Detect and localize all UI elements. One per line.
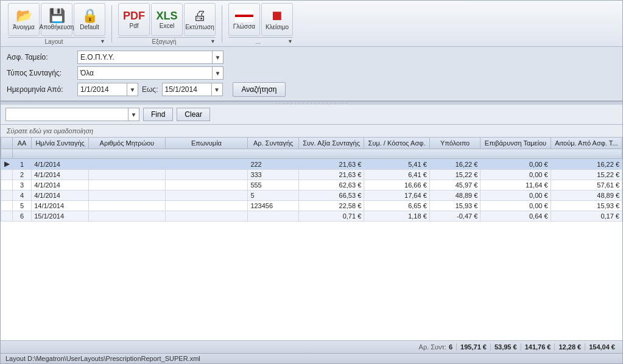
group-label: Σύρατε εδώ για ομαδοποίηση (1, 125, 622, 137)
footer-aitoymenon-value: 154,04 € (589, 343, 615, 351)
pdf-icon: PDF (123, 10, 145, 21)
type-dropdown-arrow[interactable]: ▼ (212, 67, 223, 79)
search-bar: ▼ Find Clear (1, 105, 622, 125)
search-dropdown-arrow[interactable]: ▼ (128, 108, 139, 121)
flag-icon (235, 10, 253, 22)
date-row: Ημερομηνία Από: 1/1/2014 ▼ Εως: 15/1/201… (7, 82, 616, 97)
footer-remainder-value: 141,76 € (525, 343, 551, 351)
footer-count-value: 6 (449, 343, 452, 351)
table-row[interactable]: 3 4/1/2014 555 62,63 € 16,66 € 45,97 € 1… (1, 180, 622, 191)
row-date: 4/1/2014 (32, 191, 89, 201)
date-to-combo[interactable]: 15/1/2014 ▼ (162, 83, 223, 96)
row-aitoymenon: 15,22 € (551, 170, 622, 180)
row-recipe: 555 (248, 180, 299, 191)
open-icon: 📂 (16, 9, 32, 23)
status-text: Layout D:\Megatron\UserLayouts\Prescript… (5, 355, 200, 362)
insurance-combo[interactable]: Ε.Ο.Π.Υ.Υ. ▼ (77, 51, 224, 64)
row-date: 14/1/2014 (32, 201, 89, 211)
find-button[interactable]: Find (143, 108, 173, 121)
table-row[interactable]: 6 15/1/2014 0,71 € 1,18 € -0,47 € 0,64 €… (1, 211, 622, 222)
search-button[interactable]: Αναζήτηση (233, 82, 286, 97)
row-name (165, 180, 248, 191)
row-recipe: 5 (248, 191, 299, 201)
row-mht (89, 201, 165, 211)
toolbar: 📂 Άνοιγμα 💾 Αποθήκευση 🔒 Default Layout … (1, 1, 622, 47)
table-container[interactable]: ΑΑ Ημ/νία Συνταγής Αριθμός Μητρώου Επωνυ… (1, 137, 622, 340)
row-mht (89, 180, 165, 191)
row-name (165, 211, 248, 222)
footer-total-val-value: 195,71 € (460, 343, 487, 351)
col-header-date: Ημ/νία Συνταγής (32, 138, 89, 149)
close-label: Κλείσιμο (266, 24, 289, 30)
misc-expand-icon[interactable]: ▼ (287, 38, 293, 45)
separator-1 (111, 5, 112, 43)
row-mht (89, 170, 165, 180)
col-header-total-val: Συν. Αξία Συνταγής (298, 138, 364, 149)
search-combo[interactable]: ▼ (5, 108, 139, 121)
row-date: 15/1/2014 (32, 211, 89, 222)
table-row[interactable]: 2 4/1/2014 333 21,63 € 6,41 € 15,22 € 0,… (1, 170, 622, 180)
insurance-dropdown-arrow[interactable]: ▼ (212, 51, 223, 63)
date-from-label: Ημερομηνία Από: (7, 85, 74, 94)
default-button[interactable]: 🔒 Default (74, 3, 105, 36)
pdf-button[interactable]: PDF Pdf (118, 3, 150, 36)
excel-button[interactable]: XLS Excel (151, 3, 183, 36)
table-row[interactable]: ▶ 1 4/1/2014 222 21,63 € 5,41 € 16,22 € … (1, 159, 622, 170)
row-date: 4/1/2014 (32, 180, 89, 191)
date-from-arrow[interactable]: ▼ (127, 83, 138, 96)
close-button[interactable]: ⏹ Κλείσιμο (261, 3, 293, 36)
footer-count: Αρ. Συντ: 6 (415, 343, 457, 351)
date-to-value: 15/1/2014 (163, 85, 211, 94)
row-remainder: 45,97 € (429, 180, 480, 191)
row-name (165, 191, 248, 201)
save-label: Αποθήκευση (40, 24, 74, 30)
default-label: Default (80, 24, 99, 30)
export-expand-icon[interactable]: ▼ (210, 38, 216, 45)
toolbar-section-export: PDF Pdf XLS Excel 🖨 Εκτύπωση Εξαγωγή ▼ (116, 3, 218, 45)
date-to-arrow[interactable]: ▼ (211, 83, 222, 96)
row-date: 4/1/2014 (32, 170, 89, 180)
row-epibarynsi: 0,00 € (480, 170, 551, 180)
excel-icon: XLS (156, 10, 177, 21)
type-combo[interactable]: Όλα ▼ (77, 66, 224, 80)
pdf-label: Pdf (129, 23, 138, 29)
language-button[interactable]: Γλώσσα (228, 3, 260, 36)
row-total-val: 21,63 € (298, 159, 364, 170)
row-total-val: 62,63 € (298, 180, 364, 191)
footer-total-val: 195,71 € (457, 343, 491, 351)
col-header-indicator (1, 138, 13, 149)
print-label: Εκτύπωση (185, 24, 214, 30)
footer-sum-cost: 53,95 € (491, 343, 521, 351)
layout-section-label: Layout (8, 38, 100, 45)
search-input[interactable] (6, 110, 128, 119)
open-button[interactable]: 📂 Άνοιγμα (8, 3, 40, 36)
date-to-label: Εως: (142, 85, 158, 94)
date-from-value: 1/1/2014 (78, 85, 127, 94)
col-header-sum-cost: Συμ. / Κόστος Ασφ. (364, 138, 429, 149)
layout-expand-icon[interactable]: ▼ (100, 38, 105, 45)
table-row[interactable]: 5 14/1/2014 123456 22,58 € 6,65 € 15,93 … (1, 201, 622, 211)
row-name (165, 201, 248, 211)
row-sum-cost: 6,41 € (364, 170, 429, 180)
row-recipe (248, 211, 299, 222)
row-remainder: 16,22 € (429, 159, 480, 170)
row-indicator (1, 211, 13, 222)
row-aa: 1 (12, 159, 31, 170)
insurance-value: Ε.Ο.Π.Υ.Υ. (78, 53, 212, 61)
type-label: Τύπος Συνταγής: (7, 69, 74, 77)
table-row[interactable]: 4 4/1/2014 5 66,53 € 17,64 € 48,89 € 0,0… (1, 191, 622, 201)
clear-button[interactable]: Clear (177, 108, 210, 121)
toolbar-section-layout: 📂 Άνοιγμα 💾 Αποθήκευση 🔒 Default Layout … (5, 3, 108, 45)
row-aa: 4 (12, 191, 31, 201)
footer-count-label: Αρ. Συντ: (419, 343, 446, 351)
main-window: 📂 Άνοιγμα 💾 Αποθήκευση 🔒 Default Layout … (0, 0, 623, 364)
save-icon: 💾 (49, 9, 65, 23)
row-epibarynsi: 0,64 € (480, 211, 551, 222)
footer-epibarynsi-value: 12,28 € (558, 343, 581, 351)
footer-epibarynsi: 12,28 € (555, 343, 585, 351)
row-date: 4/1/2014 (32, 159, 89, 170)
row-aa: 2 (12, 170, 31, 180)
save-button[interactable]: 💾 Αποθήκευση (41, 3, 72, 36)
print-button[interactable]: 🖨 Εκτύπωση (184, 3, 216, 36)
date-from-combo[interactable]: 1/1/2014 ▼ (77, 83, 138, 96)
